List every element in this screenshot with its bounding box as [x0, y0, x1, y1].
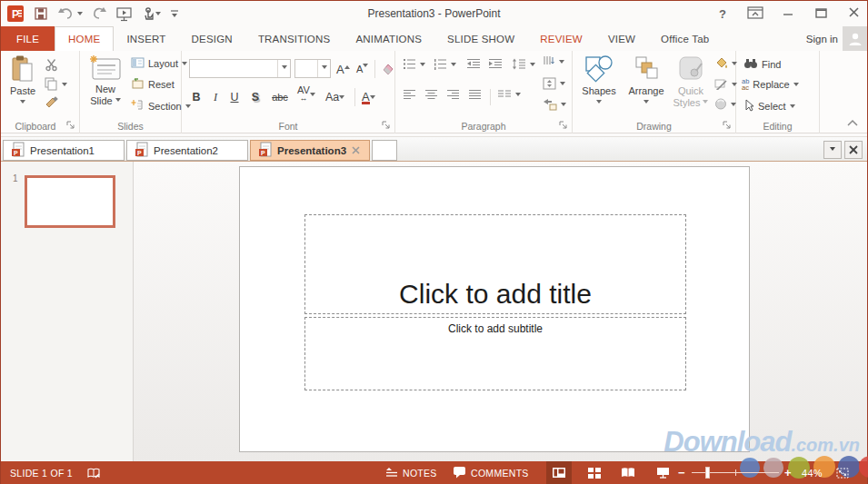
italic-button[interactable]: I: [209, 88, 222, 106]
tab-insert[interactable]: INSERT: [114, 26, 178, 51]
start-slideshow-button[interactable]: [116, 6, 133, 22]
notes-button[interactable]: NOTES: [385, 461, 437, 484]
subtitle-placeholder[interactable]: Click to add subtitle: [304, 317, 686, 390]
copy-button[interactable]: [45, 77, 67, 91]
reading-view-button[interactable]: [615, 461, 641, 484]
text-direction-button[interactable]: [543, 55, 564, 68]
ribbon-group-slides: New Slide Layout Reset Section Slides: [80, 51, 182, 133]
cut-scissors-button[interactable]: [45, 58, 59, 72]
title-placeholder[interactable]: Click to add title: [304, 214, 686, 314]
reset-button[interactable]: Reset: [131, 78, 175, 91]
shape-effects-button[interactable]: [714, 98, 736, 110]
customize-qat-button[interactable]: [170, 8, 179, 19]
normal-view-button[interactable]: [546, 461, 572, 484]
dropdown-caret: [790, 104, 795, 111]
font-size-dropdown[interactable]: [317, 60, 330, 77]
zoom-slider-thumb[interactable]: [705, 467, 710, 479]
convert-smartart-button[interactable]: [543, 98, 566, 111]
align-text-button[interactable]: [543, 77, 565, 90]
character-spacing-button[interactable]: AV↔: [296, 85, 316, 104]
tab-list-dropdown-button[interactable]: [823, 141, 842, 159]
new-tab-button[interactable]: [372, 140, 397, 161]
collapse-ribbon-button[interactable]: [846, 118, 859, 129]
help-button[interactable]: ?: [713, 7, 733, 21]
document-tab-presentation2[interactable]: P Presentation2: [126, 140, 248, 161]
tab-file[interactable]: FILE: [1, 26, 55, 51]
slide-canvas[interactable]: Click to add title Click to add subtitle: [239, 166, 750, 452]
maximize-button[interactable]: [811, 7, 831, 21]
tab-office-tab[interactable]: Office Tab: [648, 26, 722, 51]
columns-button[interactable]: [497, 89, 521, 100]
document-tab-presentation3[interactable]: P Presentation3: [250, 140, 370, 161]
save-button[interactable]: [34, 6, 48, 21]
format-painter-button[interactable]: [45, 96, 59, 110]
zoom-in-button[interactable]: +: [784, 461, 792, 484]
zoom-slider[interactable]: [692, 461, 779, 484]
underline-button[interactable]: U: [227, 88, 242, 106]
clear-formatting-button[interactable]: [380, 60, 394, 78]
find-button[interactable]: Find: [743, 57, 781, 71]
slide-sorter-view-button[interactable]: [581, 461, 606, 484]
align-left-button[interactable]: [403, 89, 416, 100]
tab-review[interactable]: REVIEW: [527, 26, 595, 51]
font-name-dropdown[interactable]: [277, 60, 290, 77]
comments-button[interactable]: COMMENTS: [453, 461, 529, 484]
spellcheck-icon[interactable]: [86, 461, 101, 484]
quick-styles-button[interactable]: Quick Styles: [671, 54, 711, 109]
ribbon-group-paragraph: Paragraph: [395, 51, 573, 133]
tab-home[interactable]: HOME: [55, 26, 114, 51]
shapes-button[interactable]: Shapes: [576, 54, 622, 106]
shape-fill-button[interactable]: [714, 57, 737, 69]
tab-slide-show[interactable]: SLIDE SHOW: [434, 26, 527, 51]
shrink-font-button[interactable]: A: [356, 60, 368, 78]
avatar[interactable]: [843, 26, 867, 51]
drawing-dialog-launcher[interactable]: [723, 121, 732, 130]
font-size-combobox[interactable]: [294, 59, 331, 78]
fit-slide-to-window-button[interactable]: [835, 461, 850, 484]
font-color-button[interactable]: A: [362, 88, 375, 106]
zoom-out-button[interactable]: −: [678, 461, 685, 484]
close-tab-bar-button[interactable]: [844, 141, 863, 159]
text-shadow-button[interactable]: S: [248, 88, 263, 106]
grow-font-button[interactable]: A: [336, 60, 350, 78]
minimize-button[interactable]: [778, 7, 798, 21]
slide-show-view-button[interactable]: [650, 461, 675, 484]
sign-in-link[interactable]: Sign in: [806, 26, 838, 51]
document-tab-presentation1[interactable]: P Presentation1: [3, 140, 125, 161]
new-slide-button[interactable]: New Slide: [85, 54, 125, 107]
tab-view[interactable]: VIEW: [595, 26, 648, 51]
close-tab-icon[interactable]: [352, 145, 360, 156]
numbering-button[interactable]: [434, 58, 456, 70]
clipboard-dialog-launcher[interactable]: [66, 121, 75, 130]
redo-button[interactable]: [92, 6, 107, 21]
font-name-combobox[interactable]: [189, 59, 291, 78]
close-icon[interactable]: [843, 7, 863, 21]
tab-animations[interactable]: ANIMATIONS: [343, 26, 434, 51]
bullets-button[interactable]: [403, 58, 425, 70]
bold-button[interactable]: B: [189, 88, 204, 106]
tab-transitions[interactable]: TRANSITIONS: [245, 26, 344, 51]
paste-button[interactable]: Paste: [6, 54, 39, 106]
paragraph-dialog-launcher[interactable]: [559, 121, 568, 130]
change-case-button[interactable]: Aa: [325, 88, 344, 106]
ribbon-group-font: A A B I U S abc AV↔ Aa A Font: [182, 51, 395, 133]
line-spacing-button[interactable]: [512, 58, 535, 70]
replace-button[interactable]: ab ac Replace: [742, 78, 799, 91]
justify-button[interactable]: [468, 89, 482, 100]
touch-mode-button[interactable]: [142, 6, 161, 22]
layout-button[interactable]: Layout: [131, 57, 187, 70]
ribbon-display-options-button[interactable]: [745, 6, 765, 22]
select-button[interactable]: Select: [743, 99, 795, 114]
increase-indent-button[interactable]: [488, 58, 503, 69]
align-right-button[interactable]: [446, 89, 460, 100]
align-center-button[interactable]: [424, 89, 438, 100]
decrease-indent-button[interactable]: [466, 58, 481, 69]
zoom-level[interactable]: 44%: [802, 461, 823, 484]
font-dialog-launcher[interactable]: [382, 121, 391, 130]
shape-outline-button[interactable]: [714, 78, 737, 90]
arrange-button[interactable]: Arrange: [624, 54, 669, 106]
slide-thumbnail[interactable]: [25, 175, 115, 228]
undo-button[interactable]: [57, 6, 83, 21]
strikethrough-button[interactable]: abc: [268, 88, 292, 106]
tab-design[interactable]: DESIGN: [179, 26, 245, 51]
